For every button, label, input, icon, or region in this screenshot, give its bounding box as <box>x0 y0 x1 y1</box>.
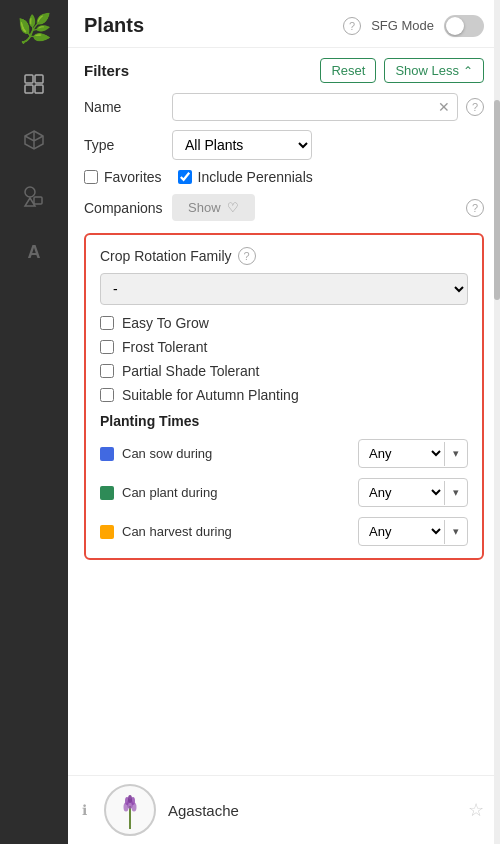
sidebar: 🌿 A <box>0 0 68 844</box>
harvest-select-wrapper: Any Spring Summer Autumn Winter ▾ <box>358 517 468 546</box>
plant-select[interactable]: Any Spring Summer Autumn Winter <box>359 479 444 506</box>
plant-info-icon[interactable]: ℹ <box>82 802 87 818</box>
chevron-up-icon: ⌃ <box>463 64 473 78</box>
sidebar-item-cube[interactable] <box>0 112 68 168</box>
perennials-checkbox[interactable] <box>178 170 192 184</box>
scroll-thumb <box>494 100 500 300</box>
type-filter-row: Type All Plants Vegetables Herbs Fruits … <box>84 130 484 160</box>
crop-rotation-header: Crop Rotation Family ? <box>100 247 468 265</box>
scroll-track[interactable] <box>494 0 500 844</box>
advanced-filters-box: Crop Rotation Family ? - Allium Brassica… <box>84 233 484 560</box>
page-title: Plants <box>84 14 144 37</box>
sidebar-item-plants[interactable] <box>0 56 68 112</box>
header-right: ? SFG Mode <box>343 15 484 37</box>
reset-button[interactable]: Reset <box>320 58 376 83</box>
sidebar-item-shapes[interactable] <box>0 168 68 224</box>
partial-shade-row: Partial Shade Tolerant <box>100 363 468 379</box>
favorites-checkbox[interactable] <box>84 170 98 184</box>
crop-rotation-select[interactable]: - Allium Brassica Cucurbit Legume Root S… <box>100 273 468 305</box>
sow-dropdown-arrow: ▾ <box>445 447 467 460</box>
favorites-row: Favorites Include Perennials <box>84 169 484 185</box>
svg-point-4 <box>25 187 35 197</box>
filters-buttons: Reset Show Less ⌃ <box>320 58 484 83</box>
favorites-label: Favorites <box>104 169 162 185</box>
plant-item: ℹ Agastache ☆ <box>68 775 500 844</box>
partial-shade-label: Partial Shade Tolerant <box>122 363 260 379</box>
autumn-planting-label: Suitable for Autumn Planting <box>122 387 299 403</box>
svg-point-13 <box>128 795 132 803</box>
harvest-dropdown-arrow: ▾ <box>445 525 467 538</box>
svg-rect-3 <box>35 85 43 93</box>
harvest-label: Can harvest during <box>122 524 350 539</box>
sow-planting-row: Can sow during Any Spring Summer Autumn … <box>100 439 468 468</box>
filters-section: Filters Reset Show Less ⌃ Name ✕ ? Type … <box>68 48 500 572</box>
name-label: Name <box>84 99 164 115</box>
planting-times-title: Planting Times <box>100 413 468 429</box>
harvest-select[interactable]: Any Spring Summer Autumn Winter <box>359 518 444 545</box>
filters-header: Filters Reset Show Less ⌃ <box>84 58 484 83</box>
plants-icon <box>22 72 46 96</box>
autumn-planting-row: Suitable for Autumn Planting <box>100 387 468 403</box>
sow-select-wrapper: Any Spring Summer Autumn Winter ▾ <box>358 439 468 468</box>
companions-btn-label: Show <box>188 200 221 215</box>
plant-label: Can plant during <box>122 485 350 500</box>
type-select[interactable]: All Plants Vegetables Herbs Fruits Flowe… <box>172 130 312 160</box>
sidebar-logo: 🌿 <box>0 0 68 56</box>
sow-label: Can sow during <box>122 446 350 461</box>
frost-tolerant-row: Frost Tolerant <box>100 339 468 355</box>
sidebar-item-text[interactable]: A <box>0 224 68 280</box>
sow-select[interactable]: Any Spring Summer Autumn Winter <box>359 440 444 467</box>
plant-name: Agastache <box>168 802 239 819</box>
show-less-label: Show Less <box>395 63 459 78</box>
logo-leaf-icon: 🌿 <box>17 12 52 45</box>
plant-avatar-image <box>115 791 145 829</box>
name-help-icon[interactable]: ? <box>466 98 484 116</box>
svg-rect-0 <box>25 75 33 83</box>
companions-label: Companions <box>84 200 164 216</box>
svg-rect-2 <box>25 85 33 93</box>
filters-title: Filters <box>84 62 129 79</box>
header: Plants ? SFG Mode <box>68 0 500 48</box>
text-icon: A <box>28 242 41 263</box>
plant-color-dot <box>100 486 114 500</box>
sow-color-dot <box>100 447 114 461</box>
favorites-checkbox-item: Favorites <box>84 169 162 185</box>
heart-icon: ♡ <box>227 200 239 215</box>
svg-rect-5 <box>34 197 42 204</box>
harvest-color-dot <box>100 525 114 539</box>
crop-rotation-help-icon[interactable]: ? <box>238 247 256 265</box>
plant-select-wrapper: Any Spring Summer Autumn Winter ▾ <box>358 478 468 507</box>
clear-name-button[interactable]: ✕ <box>438 100 450 114</box>
companions-show-button[interactable]: Show ♡ <box>172 194 255 221</box>
easy-to-grow-checkbox[interactable] <box>100 316 114 330</box>
main-content: Plants ? SFG Mode Filters Reset Show Les… <box>68 0 500 844</box>
plant-star-icon[interactable]: ☆ <box>468 799 484 821</box>
perennials-label: Include Perennials <box>198 169 313 185</box>
frost-tolerant-label: Frost Tolerant <box>122 339 207 355</box>
companions-help-icon[interactable]: ? <box>466 199 484 217</box>
sfg-mode-toggle[interactable] <box>444 15 484 37</box>
harvest-planting-row: Can harvest during Any Spring Summer Aut… <box>100 517 468 546</box>
partial-shade-checkbox[interactable] <box>100 364 114 378</box>
companions-row: Companions Show ♡ ? <box>84 194 484 221</box>
crop-rotation-label: Crop Rotation Family <box>100 248 232 264</box>
easy-to-grow-row: Easy To Grow <box>100 315 468 331</box>
cube-icon <box>22 128 46 152</box>
show-less-button[interactable]: Show Less ⌃ <box>384 58 484 83</box>
svg-rect-1 <box>35 75 43 83</box>
plant-dropdown-arrow: ▾ <box>445 486 467 499</box>
autumn-planting-checkbox[interactable] <box>100 388 114 402</box>
name-input[interactable] <box>172 93 458 121</box>
shapes-icon <box>22 184 46 208</box>
name-input-wrapper: ✕ <box>172 93 458 121</box>
help-icon[interactable]: ? <box>343 17 361 35</box>
type-label: Type <box>84 137 164 153</box>
easy-to-grow-label: Easy To Grow <box>122 315 209 331</box>
frost-tolerant-checkbox[interactable] <box>100 340 114 354</box>
perennials-checkbox-item: Include Perennials <box>178 169 313 185</box>
plant-planting-row: Can plant during Any Spring Summer Autum… <box>100 478 468 507</box>
sfg-mode-label: SFG Mode <box>371 18 434 33</box>
plant-avatar <box>104 784 156 836</box>
name-filter-row: Name ✕ ? <box>84 93 484 121</box>
